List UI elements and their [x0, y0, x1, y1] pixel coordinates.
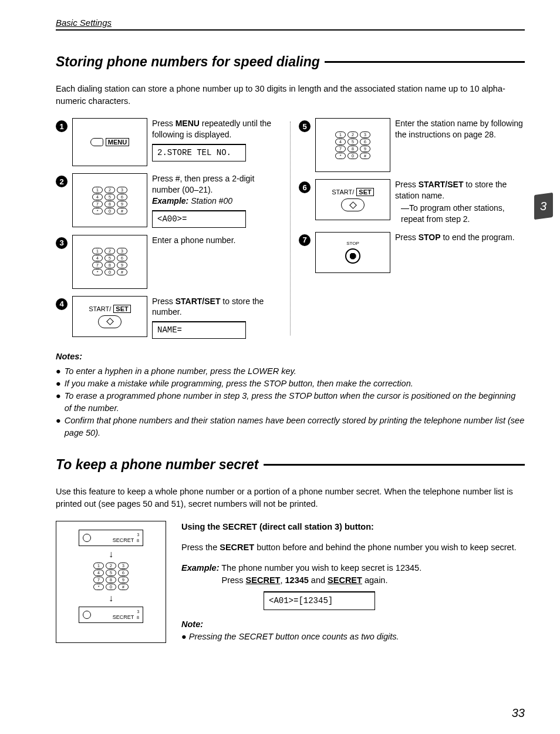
step-5-illustration: 123 456 789 *0# — [315, 118, 390, 172]
arrow-down-icon: ↓ — [109, 550, 113, 559]
step-3: 3 123 456 789 *0# Enter a phone number. — [56, 235, 282, 289]
menu-button-label: MENU — [106, 138, 129, 146]
step-6-body: Press START/SET to store the station nam… — [395, 179, 525, 225]
manual-page: 3 Basic Settings Storing phone numbers f… — [0, 0, 560, 734]
t: Press the — [181, 543, 220, 552]
stop-label: STOP — [346, 241, 359, 246]
t: START/SET — [176, 297, 221, 306]
note-item: ●To enter a hyphen in a phone number, pr… — [56, 365, 525, 378]
t: SECRET — [220, 543, 254, 552]
start-set-button-icon — [341, 198, 365, 211]
section-title-row: Storing phone numbers for speed dialing — [56, 54, 525, 70]
step-number: 4 — [56, 298, 68, 310]
keypad-icon: 123 456 789 *0# — [335, 132, 370, 159]
t: SET — [113, 305, 130, 313]
section-title-row: To keep a phone number secret — [56, 457, 525, 473]
step-2: 2 123 456 789 *0# Press #, then press a … — [56, 173, 282, 228]
keypad-icon: 123 456 789 *0# — [92, 248, 127, 275]
note-item: ●If you make a mistake while programming… — [56, 378, 525, 390]
t: 8 — [137, 615, 139, 619]
t: START/SET — [419, 180, 464, 189]
t: If you make a mistake while programming,… — [65, 378, 413, 390]
t: , — [280, 575, 285, 585]
step-2-body: Press #, then press a 2-digit number (00… — [152, 173, 282, 228]
step-4-illustration: START/SET — [72, 296, 147, 337]
t: Pressing the SECRET button once counts a… — [189, 632, 399, 641]
step-5: 5 123 456 789 *0# Enter the station name… — [299, 118, 525, 172]
page-number: 33 — [512, 706, 525, 720]
t: Example: — [152, 196, 188, 206]
chapter-tab: 3 — [534, 193, 553, 220]
secret-illustration: 3 SECRET 8 ↓ 123 456 789 *0# ↓ 3 SECRET … — [56, 521, 166, 642]
section-title-2: To keep a phone number secret — [56, 457, 264, 473]
t: START/ — [89, 305, 111, 312]
start-set-button-icon — [98, 315, 122, 328]
t: Confirm that phone numbers and their sta… — [65, 415, 525, 439]
t: SECRET — [328, 575, 362, 585]
step-1-illustration: MENU — [72, 118, 147, 166]
step-6: 6 START/SET Press START/SET to store the… — [299, 179, 525, 225]
t: again. — [362, 575, 388, 585]
step-1: 1 MENU Press MENU repeatedly until the f… — [56, 118, 282, 166]
t: SECRET — [246, 575, 281, 585]
title-rule — [264, 464, 525, 466]
t: to end the program. — [441, 233, 515, 242]
button-shape-icon — [90, 138, 103, 146]
t: Press — [222, 575, 246, 585]
stop-button-icon — [345, 248, 360, 264]
step-number: 2 — [56, 176, 68, 187]
step-7-illustration: STOP — [315, 232, 390, 273]
keypad-icon: 123 456 789 *0# — [93, 563, 129, 590]
t: To erase a programmed phone number in st… — [65, 390, 525, 415]
t: Example: — [181, 563, 219, 573]
t: To enter a hyphen in a phone number, pre… — [65, 365, 296, 378]
step-4: 4 START/SET Press START/SET to store the… — [56, 296, 282, 339]
t: Station #00 — [188, 196, 232, 206]
step-2-illustration: 123 456 789 *0# — [72, 173, 147, 227]
notes-title: Notes: — [56, 351, 525, 363]
t: The phone number you wish to keep secret… — [219, 563, 421, 573]
lcd-display: <A01>=[12345] — [264, 591, 375, 610]
step-7-body: Press STOP to end the program. — [395, 232, 525, 243]
steps-col-right: 5 123 456 789 *0# Enter the station name… — [299, 118, 525, 339]
notes-block: Notes: ●To enter a hyphen in a phone num… — [56, 351, 525, 439]
t: Press — [395, 180, 419, 189]
t: SECRET — [113, 614, 134, 620]
step-5-body: Enter the station name by following the … — [395, 118, 525, 140]
secret-note: Note: ● Pressing the SECRET button once … — [181, 618, 525, 643]
step-number: 6 — [299, 181, 311, 193]
t: MENU — [176, 119, 200, 128]
t: 8 — [137, 538, 139, 543]
t: button before and behind the phone numbe… — [254, 543, 517, 552]
secret-button-icon: 3 SECRET 8 — [79, 607, 143, 623]
chapter-number: 3 — [540, 200, 546, 213]
column-separator — [290, 122, 291, 335]
keypad-icon: 123 456 789 *0# — [92, 187, 127, 214]
step-number: 5 — [299, 120, 311, 132]
secret-paragraph: Press the SECRET button before and behin… — [181, 541, 525, 554]
step-number: 3 — [56, 237, 68, 249]
step-number: 1 — [56, 120, 68, 132]
step-4-body: Press START/SET to store the number. NAM… — [152, 296, 282, 339]
secret-section: 3 SECRET 8 ↓ 123 456 789 *0# ↓ 3 SECRET … — [56, 521, 525, 642]
intro-paragraph-1: Each dialing station can store a phone n… — [56, 83, 525, 107]
step-3-body: Enter a phone number. — [152, 235, 282, 246]
t: Press #, then press a 2-digit number (00… — [152, 174, 254, 194]
note-item: ●Confirm that phone numbers and their st… — [56, 415, 525, 439]
t: START/ — [332, 188, 354, 196]
header-section-name: Basic Settings — [56, 18, 112, 28]
t: and — [309, 575, 328, 585]
steps-col-left: 1 MENU Press MENU repeatedly until the f… — [56, 118, 282, 339]
t: Note: — [181, 619, 203, 629]
t: Press — [152, 297, 176, 306]
secret-example: Example: The phone number you wish to ke… — [181, 562, 525, 587]
section-title-1: Storing phone numbers for speed dialing — [56, 54, 325, 70]
t: Press — [152, 119, 176, 128]
note-item: ●To erase a programmed phone number in s… — [56, 390, 525, 415]
t: STOP — [419, 233, 441, 242]
step-number: 7 — [299, 234, 311, 246]
secret-subhead: Using the SECRET (direct call station 3)… — [181, 521, 525, 533]
intro-paragraph-2: Use this feature to keep a whole phone n… — [56, 486, 525, 510]
lcd-display: <A00>= — [152, 210, 246, 228]
step-1-body: Press MENU repeatedly until the followin… — [152, 118, 282, 161]
